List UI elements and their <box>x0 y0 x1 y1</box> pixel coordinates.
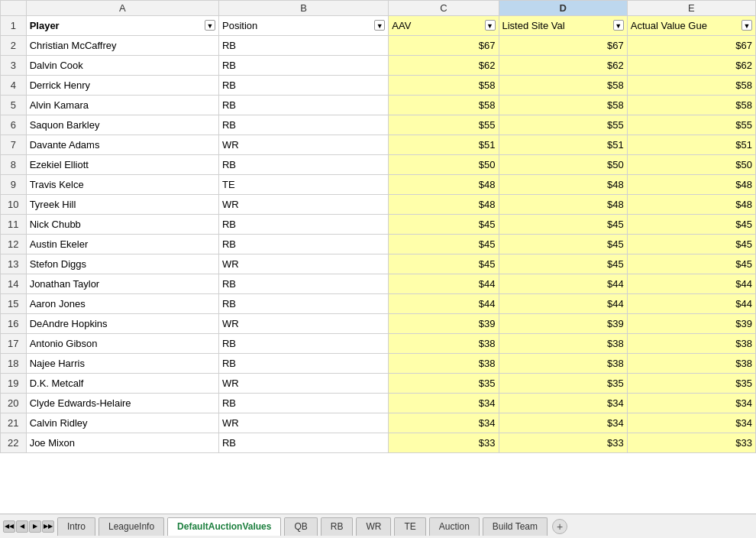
player-name[interactable]: Ezekiel Elliott <box>26 155 218 175</box>
aav-value[interactable]: $45 <box>389 254 499 274</box>
tab-te[interactable]: TE <box>394 517 425 536</box>
player-name[interactable]: Joe Mixon <box>26 433 218 453</box>
listed-value[interactable]: $58 <box>499 96 627 115</box>
listed-value[interactable]: $39 <box>499 314 627 334</box>
tab-scroll-first[interactable]: ◀◀ <box>3 520 15 533</box>
listed-value[interactable]: $51 <box>499 135 627 155</box>
filter-player-btn[interactable]: ▼ <box>205 20 215 31</box>
filter-position-btn[interactable]: ▼ <box>374 20 385 31</box>
listed-value[interactable]: $44 <box>499 274 627 294</box>
position[interactable]: RB <box>218 433 388 453</box>
position[interactable]: RB <box>218 274 388 294</box>
aav-value[interactable]: $35 <box>389 374 499 394</box>
actual-value[interactable]: $33 <box>627 433 755 453</box>
aav-value[interactable]: $38 <box>389 334 499 354</box>
actual-value[interactable]: $34 <box>627 394 755 413</box>
listed-value[interactable]: $45 <box>499 235 627 254</box>
position[interactable]: RB <box>218 36 388 56</box>
aav-value[interactable]: $58 <box>389 76 499 96</box>
listed-value[interactable]: $45 <box>499 254 627 274</box>
aav-value[interactable]: $50 <box>389 155 499 175</box>
filter-listed-btn[interactable]: ▼ <box>613 20 624 31</box>
tab-intro[interactable]: Intro <box>57 517 95 536</box>
aav-value[interactable]: $58 <box>389 96 499 115</box>
tab-auction[interactable]: Auction <box>429 517 480 536</box>
player-name[interactable]: Travis Kelce <box>26 175 218 195</box>
listed-value[interactable]: $34 <box>499 394 627 413</box>
aav-value[interactable]: $45 <box>389 215 499 235</box>
actual-value[interactable]: $38 <box>627 354 755 374</box>
actual-value[interactable]: $45 <box>627 235 755 254</box>
listed-value[interactable]: $50 <box>499 155 627 175</box>
actual-value[interactable]: $38 <box>627 334 755 354</box>
col-letter-a[interactable]: A <box>26 1 218 16</box>
actual-value[interactable]: $55 <box>627 115 755 135</box>
header-player[interactable]: Player ▼ <box>26 16 218 36</box>
actual-value[interactable]: $58 <box>627 76 755 96</box>
player-name[interactable]: Dalvin Cook <box>26 56 218 76</box>
player-name[interactable]: Antonio Gibson <box>26 334 218 354</box>
aav-value[interactable]: $38 <box>389 354 499 374</box>
actual-value[interactable]: $48 <box>627 175 755 195</box>
listed-value[interactable]: $38 <box>499 354 627 374</box>
player-name[interactable]: Jonathan Taylor <box>26 274 218 294</box>
tab-buildteam[interactable]: Build Team <box>483 517 548 536</box>
aav-value[interactable]: $55 <box>389 115 499 135</box>
actual-value[interactable]: $67 <box>627 36 755 56</box>
position[interactable]: RB <box>218 334 388 354</box>
position[interactable]: RB <box>218 294 388 314</box>
aav-value[interactable]: $34 <box>389 394 499 413</box>
position[interactable]: RB <box>218 56 388 76</box>
listed-value[interactable]: $44 <box>499 294 627 314</box>
col-letter-d[interactable]: D <box>499 1 627 16</box>
actual-value[interactable]: $51 <box>627 135 755 155</box>
position[interactable]: WR <box>218 135 388 155</box>
player-name[interactable]: Davante Adams <box>26 135 218 155</box>
player-name[interactable]: Alvin Kamara <box>26 96 218 115</box>
tab-scroll-last[interactable]: ▶▶ <box>42 520 54 533</box>
listed-value[interactable]: $62 <box>499 56 627 76</box>
header-actual[interactable]: Actual Value Gue ▼ <box>627 16 755 36</box>
player-name[interactable]: D.K. Metcalf <box>26 374 218 394</box>
actual-value[interactable]: $35 <box>627 374 755 394</box>
player-name[interactable]: Saquon Barkley <box>26 115 218 135</box>
aav-value[interactable]: $48 <box>389 175 499 195</box>
position[interactable]: RB <box>218 115 388 135</box>
listed-value[interactable]: $38 <box>499 334 627 354</box>
listed-value[interactable]: $45 <box>499 215 627 235</box>
aav-value[interactable]: $44 <box>389 274 499 294</box>
position[interactable]: TE <box>218 175 388 195</box>
col-letter-c[interactable]: C <box>389 1 499 16</box>
aav-value[interactable]: $51 <box>389 135 499 155</box>
player-name[interactable]: Stefon Diggs <box>26 254 218 274</box>
position[interactable]: RB <box>218 235 388 254</box>
aav-value[interactable]: $45 <box>389 235 499 254</box>
listed-value[interactable]: $48 <box>499 195 627 215</box>
aav-value[interactable]: $44 <box>389 294 499 314</box>
add-sheet-button[interactable]: + <box>552 519 567 534</box>
actual-value[interactable]: $58 <box>627 96 755 115</box>
player-name[interactable]: Christian McCaffrey <box>26 36 218 56</box>
filter-actual-btn[interactable]: ▼ <box>741 20 752 31</box>
tab-wr[interactable]: WR <box>356 517 391 536</box>
player-name[interactable]: DeAndre Hopkins <box>26 314 218 334</box>
aav-value[interactable]: $67 <box>389 36 499 56</box>
position[interactable]: WR <box>218 254 388 274</box>
listed-value[interactable]: $55 <box>499 115 627 135</box>
actual-value[interactable]: $62 <box>627 56 755 76</box>
listed-value[interactable]: $48 <box>499 175 627 195</box>
actual-value[interactable]: $45 <box>627 215 755 235</box>
aav-value[interactable]: $39 <box>389 314 499 334</box>
actual-value[interactable]: $34 <box>627 413 755 433</box>
tab-scroll-left[interactable]: ◀ <box>16 520 28 533</box>
position[interactable]: RB <box>218 76 388 96</box>
actual-value[interactable]: $39 <box>627 314 755 334</box>
listed-value[interactable]: $33 <box>499 433 627 453</box>
aav-value[interactable]: $33 <box>389 433 499 453</box>
position[interactable]: RB <box>218 215 388 235</box>
position[interactable]: WR <box>218 374 388 394</box>
player-name[interactable]: Austin Ekeler <box>26 235 218 254</box>
player-name[interactable]: Calvin Ridley <box>26 413 218 433</box>
actual-value[interactable]: $44 <box>627 274 755 294</box>
aav-value[interactable]: $48 <box>389 195 499 215</box>
